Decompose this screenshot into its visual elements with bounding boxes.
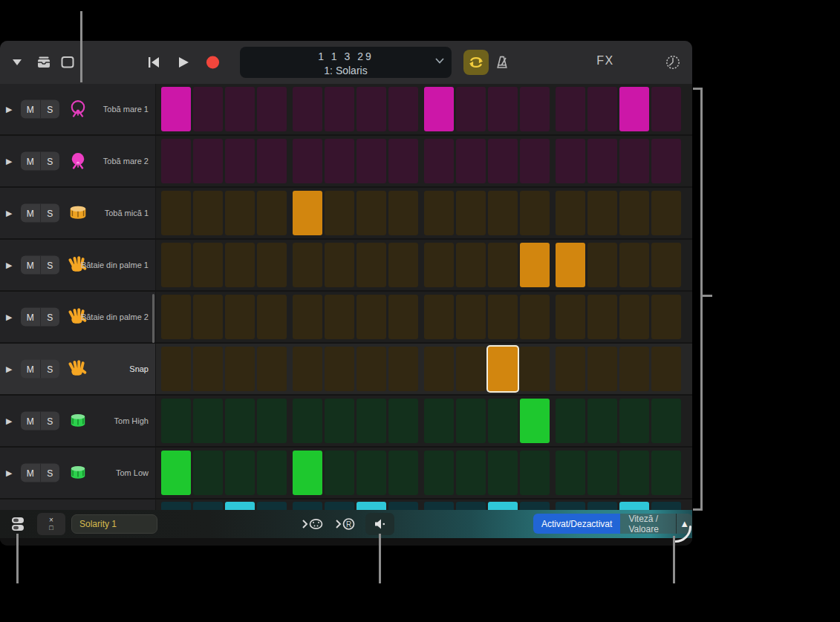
mute-button[interactable]: M <box>21 256 41 275</box>
solo-button[interactable]: S <box>41 204 60 223</box>
step-cell-10[interactable] <box>456 347 486 391</box>
step-cell-9[interactable] <box>424 451 454 495</box>
step-cell-14[interactable] <box>587 243 617 287</box>
track-play-button[interactable]: ▶ <box>6 261 12 270</box>
step-cell-11[interactable] <box>488 139 518 183</box>
display-button[interactable] <box>58 53 77 72</box>
mute-button[interactable]: M <box>21 100 41 119</box>
segment-velocity-value[interactable]: Viteză / Valoare <box>620 514 676 534</box>
track-header[interactable]: ▶MS Tobă mică 1 <box>0 188 156 238</box>
step-cell-12[interactable] <box>520 139 550 183</box>
step-cell-3[interactable] <box>225 295 255 339</box>
step-cell-15[interactable] <box>619 451 649 495</box>
step-cell-6[interactable] <box>325 139 354 183</box>
step-cell-9[interactable] <box>424 139 454 183</box>
step-cell-5[interactable] <box>293 139 322 183</box>
step-cell-14[interactable] <box>587 87 617 131</box>
step-cell-6[interactable] <box>325 191 354 235</box>
step-cell-12[interactable] <box>520 295 550 339</box>
step-cell-4[interactable] <box>257 191 287 235</box>
step-cell-6[interactable] <box>325 87 354 131</box>
step-cell-10[interactable] <box>456 399 486 443</box>
step-cell-7[interactable] <box>356 502 386 510</box>
step-cell-7[interactable] <box>356 191 386 235</box>
solo-button[interactable]: S <box>41 412 60 431</box>
mute-button[interactable]: M <box>21 204 41 223</box>
track-header[interactable]: ▶MS Tom Low <box>0 448 156 498</box>
step-cell-16[interactable] <box>651 451 681 495</box>
rewind-button[interactable] <box>146 56 162 69</box>
note-pads-button[interactable] <box>299 514 325 534</box>
step-cell-5[interactable] <box>293 295 322 339</box>
step-cell-15[interactable] <box>619 243 649 287</box>
step-cell-7[interactable] <box>356 87 386 131</box>
scrollbar-thumb[interactable] <box>152 294 154 343</box>
settings-button[interactable] <box>663 53 683 72</box>
step-cell-7[interactable] <box>356 451 386 495</box>
step-cell-11[interactable] <box>488 451 518 495</box>
record-button[interactable] <box>205 56 220 69</box>
step-cell-15[interactable] <box>619 399 649 443</box>
step-cell-3[interactable] <box>225 139 255 183</box>
step-cell-5[interactable] <box>293 502 322 510</box>
step-cell-15[interactable] <box>619 139 649 183</box>
step-cell-10[interactable] <box>456 502 486 510</box>
step-cell-10[interactable] <box>456 451 486 495</box>
step-cell-13[interactable] <box>556 87 585 131</box>
step-cell-8[interactable] <box>388 502 418 510</box>
step-cell-16[interactable] <box>651 295 681 339</box>
step-cell-14[interactable] <box>587 295 617 339</box>
fx-button[interactable]: FX <box>592 54 619 68</box>
step-cell-4[interactable] <box>257 295 287 339</box>
step-cell-4[interactable] <box>257 399 287 443</box>
step-cell-16[interactable] <box>651 139 681 183</box>
step-cell-2[interactable] <box>193 243 223 287</box>
step-cell-5[interactable] <box>293 243 322 287</box>
step-cell-8[interactable] <box>388 87 418 131</box>
step-cell-9[interactable] <box>424 191 454 235</box>
step-cell-3[interactable] <box>225 243 255 287</box>
step-cell-10[interactable] <box>456 87 486 131</box>
step-cell-13[interactable] <box>556 347 585 391</box>
step-cell-12[interactable] <box>520 243 550 287</box>
step-cell-13[interactable] <box>556 295 585 339</box>
track-play-button[interactable]: ▶ <box>6 468 12 478</box>
step-cell-6[interactable] <box>325 451 354 495</box>
track-play-button[interactable]: ▶ <box>6 364 12 374</box>
step-cell-15[interactable] <box>619 295 649 339</box>
step-cell-6[interactable] <box>325 295 354 339</box>
step-cell-15[interactable] <box>619 502 649 510</box>
monitor-button[interactable] <box>365 513 394 535</box>
mute-button[interactable]: M <box>21 464 41 482</box>
library-button[interactable] <box>34 53 53 72</box>
step-cell-4[interactable] <box>257 347 287 391</box>
step-cell-16[interactable] <box>651 399 681 443</box>
step-cell-7[interactable] <box>356 399 386 443</box>
step-cell-2[interactable] <box>193 139 223 183</box>
step-cell-8[interactable] <box>388 347 418 391</box>
step-cell-11[interactable] <box>488 87 518 131</box>
step-cell-4[interactable] <box>257 139 287 183</box>
step-cell-14[interactable] <box>587 139 617 183</box>
step-cell-16[interactable] <box>651 502 681 510</box>
step-cell-13[interactable] <box>556 399 585 443</box>
step-cell-3[interactable] <box>225 191 255 235</box>
step-cell-14[interactable] <box>587 191 617 235</box>
step-cell-12[interactable] <box>520 451 550 495</box>
row-settings-button[interactable] <box>9 515 27 533</box>
step-cell-7[interactable] <box>356 139 386 183</box>
step-cell-9[interactable] <box>424 347 454 391</box>
step-cell-9[interactable] <box>424 87 454 131</box>
step-cell-14[interactable] <box>587 502 617 510</box>
step-cell-1[interactable] <box>161 87 191 131</box>
step-cell-6[interactable] <box>325 347 354 391</box>
step-cell-13[interactable] <box>556 451 585 495</box>
track-header[interactable]: ▶MS Tobă mare 1 <box>0 84 156 134</box>
step-cell-2[interactable] <box>193 295 223 339</box>
step-cell-14[interactable] <box>587 451 617 495</box>
step-cell-3[interactable] <box>225 87 255 131</box>
step-cell-13[interactable] <box>556 243 585 287</box>
step-cell-2[interactable] <box>193 347 223 391</box>
step-cell-5[interactable] <box>293 191 322 235</box>
step-cell-10[interactable] <box>456 295 486 339</box>
